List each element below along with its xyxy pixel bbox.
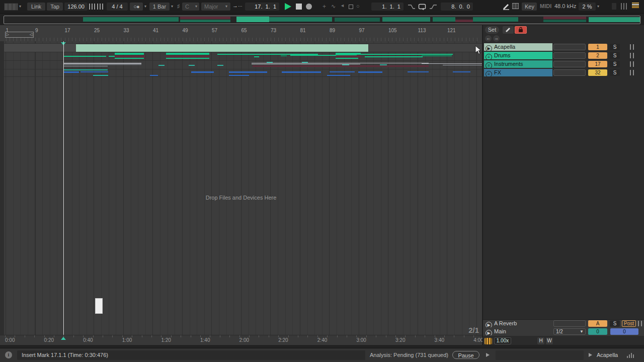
- chevron-down-icon[interactable]: ▾: [19, 4, 21, 9]
- clip-segment[interactable]: [267, 62, 273, 63]
- track-input-channel[interactable]: 32: [588, 69, 607, 76]
- clip-segment[interactable]: [380, 64, 387, 65]
- clip-segment[interactable]: [369, 44, 482, 52]
- track-name-instruments[interactable]: ≡Instruments: [484, 60, 552, 68]
- session-record-icon[interactable]: ○: [356, 3, 360, 9]
- play-icon[interactable]: ▶: [486, 322, 492, 327]
- playhead-line[interactable]: [63, 41, 64, 335]
- group-icon[interactable]: ≡: [486, 62, 492, 68]
- record-button[interactable]: [306, 4, 312, 10]
- tempo-display[interactable]: 126.00: [64, 3, 88, 11]
- play-button[interactable]: [285, 3, 291, 10]
- chevron-down-icon[interactable]: ▼: [580, 329, 584, 334]
- clip-lane-instruments[interactable]: [0, 61, 482, 69]
- clip-segment[interactable]: [352, 63, 429, 63]
- clip-segment[interactable]: [408, 71, 429, 72]
- clip-segment[interactable]: [327, 75, 350, 76]
- pencil-button[interactable]: [503, 26, 514, 34]
- track-input-box[interactable]: [553, 52, 586, 59]
- group-icon[interactable]: ≡: [486, 71, 492, 76]
- playback-speed-box[interactable]: 1.00x: [494, 337, 511, 344]
- return-track-row[interactable]: ▶A Reverb A S Post: [483, 319, 644, 328]
- clip-segment[interactable]: [336, 58, 358, 59]
- solo-button[interactable]: S: [610, 69, 620, 76]
- play-track-icon[interactable]: [589, 353, 592, 357]
- return-routing-box[interactable]: [553, 320, 586, 327]
- main-track-name[interactable]: ▶Main: [484, 328, 552, 335]
- track-name-fx[interactable]: ≡FX: [484, 69, 552, 76]
- clip-segment[interactable]: [80, 71, 108, 72]
- clip-segment[interactable]: [115, 58, 144, 59]
- clip-segment[interactable]: [191, 71, 214, 73]
- follow-icon[interactable]: →⋯: [232, 3, 242, 9]
- draw-mode-pencil-icon[interactable]: [502, 3, 510, 10]
- track-name-acapella[interactable]: ▶Acapella: [484, 43, 552, 51]
- forward-arrow-button[interactable]: →: [493, 35, 500, 42]
- tap-tempo-button[interactable]: Tap: [47, 3, 63, 11]
- post-button[interactable]: Post: [622, 320, 636, 327]
- solo-button[interactable]: S: [610, 61, 620, 67]
- clip-segment[interactable]: [453, 71, 470, 72]
- track-input-box[interactable]: [553, 61, 586, 67]
- track-input-channel[interactable]: 2: [588, 52, 607, 59]
- clip-lane-acapella[interactable]: [0, 44, 482, 52]
- midi-indicator-label[interactable]: MIDI: [540, 3, 551, 9]
- clip-segment[interactable]: [158, 65, 165, 66]
- main-output-menu[interactable]: 1/2▼: [553, 328, 586, 335]
- automation-arm-icon[interactable]: ∿: [331, 3, 336, 10]
- clip-segment[interactable]: [64, 64, 141, 65]
- clip-segment[interactable]: [443, 65, 482, 65]
- clip-segment[interactable]: [166, 58, 209, 59]
- play-icon[interactable]: ▶: [486, 45, 492, 51]
- clip-segment[interactable]: [217, 65, 223, 66]
- clip-segment[interactable]: [342, 64, 349, 65]
- link-button[interactable]: Link: [27, 3, 45, 11]
- cpu-load-display[interactable]: 2 %: [579, 3, 596, 11]
- loop-end-handle[interactable]: ◁: [30, 32, 33, 37]
- tab-view-icon[interactable]: [4, 3, 18, 11]
- expand-icon[interactable]: [486, 353, 490, 357]
- track-input-channel[interactable]: 1: [588, 44, 607, 50]
- clip-segment[interactable]: [422, 63, 482, 64]
- clip-segment[interactable]: [365, 56, 423, 57]
- chevron-down-icon[interactable]: ▾: [195, 4, 197, 9]
- loop-brace[interactable]: ▷ ◁: [5, 32, 34, 38]
- computer-midi-keyboard-icon[interactable]: [512, 3, 519, 9]
- track-input-channel[interactable]: 17: [588, 61, 607, 67]
- return-out-button[interactable]: A: [588, 320, 607, 327]
- play-icon[interactable]: ▶: [486, 330, 492, 335]
- clip-lane-fx[interactable]: [0, 69, 482, 77]
- clip-segment[interactable]: [281, 55, 287, 56]
- clip-segment[interactable]: [422, 55, 452, 56]
- beat-time-ruler[interactable]: ▷ ◁ 191725334149576573818997105113121: [0, 26, 482, 41]
- clip-segment[interactable]: [422, 54, 453, 55]
- clip-segment[interactable]: [229, 75, 249, 76]
- overdub-plus-icon[interactable]: +: [323, 3, 326, 10]
- metronome-button[interactable]: ○●: [130, 3, 143, 11]
- nudge-up-icon[interactable]: [97, 4, 103, 10]
- track-header-row[interactable]: ▶Acapella 1 S: [483, 43, 644, 51]
- clip-segment[interactable]: [64, 66, 108, 66]
- track-input-box[interactable]: [553, 69, 586, 76]
- time-ruler[interactable]: 0:000:200:401:001:201:402:002:202:403:00…: [0, 335, 482, 344]
- clip-segment[interactable]: [336, 55, 361, 57]
- arrangement-position-display[interactable]: 17. 1. 1: [245, 3, 279, 11]
- clip-segment[interactable]: [302, 62, 308, 63]
- clip-segment[interactable]: [76, 44, 368, 52]
- reenable-automation-icon[interactable]: ◄: [340, 3, 345, 8]
- track-name-drums[interactable]: ≡Drums: [484, 52, 552, 59]
- selected-empty-clip[interactable]: [95, 298, 103, 314]
- set-button[interactable]: Set: [485, 26, 499, 34]
- stop-button[interactable]: [296, 4, 302, 10]
- clip-segment[interactable]: [64, 69, 108, 70]
- group-icon[interactable]: ≡: [486, 54, 492, 59]
- clip-segment[interactable]: [189, 65, 195, 66]
- loop-switch-icon[interactable]: [418, 4, 427, 10]
- clip-segment[interactable]: [330, 71, 355, 72]
- cue-out-button[interactable]: 0: [588, 328, 607, 335]
- clip-segment[interactable]: [64, 56, 106, 57]
- pause-analysis-button[interactable]: Pause: [452, 351, 479, 359]
- clip-segment[interactable]: [64, 63, 141, 64]
- loop-length-display[interactable]: 8. 0. 0: [441, 3, 473, 11]
- zoom-height-button[interactable]: H: [537, 337, 544, 344]
